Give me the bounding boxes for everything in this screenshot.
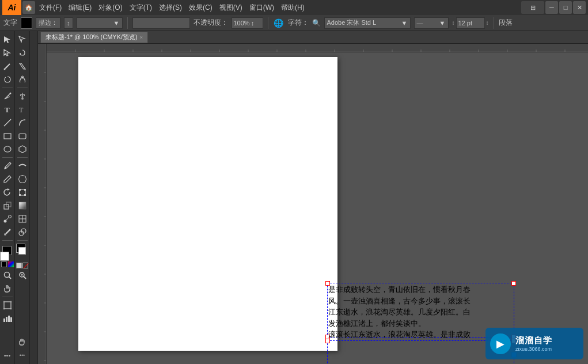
canvas-tab-close-btn[interactable]: × <box>140 35 143 40</box>
slice-tool-btn[interactable] <box>16 60 29 73</box>
svg-rect-25 <box>8 316 10 322</box>
app-logo: Ai <box>2 0 21 15</box>
svg-point-16 <box>4 272 9 278</box>
more-tools[interactable]: ••• <box>1 349 14 362</box>
watermark-url: zixue.3066.com <box>515 346 552 352</box>
type-tool-btn[interactable]: T <box>1 103 14 116</box>
font-size-input[interactable]: 12 pt <box>456 17 485 29</box>
svg-point-4 <box>9 93 11 94</box>
menu-effect[interactable]: 效果(C) <box>186 2 215 14</box>
opacity-bar[interactable] <box>132 17 190 29</box>
hand-tool-btn[interactable] <box>1 282 14 295</box>
line-tool-btn[interactable] <box>1 116 14 129</box>
layout-switcher[interactable]: ⊞ <box>521 1 544 14</box>
scale-tool-btn[interactable] <box>1 199 14 212</box>
fill-color-swatch[interactable] <box>21 17 32 29</box>
text-content: 是非成败转头空，青山依旧在，惯看秋月春 风。一壶浊酒喜相逢，古今多少事，滚滚长 … <box>327 283 514 342</box>
svg-line-15 <box>6 218 9 221</box>
zoom-tool-btn[interactable] <box>1 269 14 282</box>
rect-tool-btn[interactable] <box>1 130 14 142</box>
hand2-tool-btn[interactable] <box>16 336 29 348</box>
svg-point-8 <box>4 146 11 152</box>
color-swatch-area <box>16 244 29 261</box>
para-label: 段落 <box>499 18 513 28</box>
graph-tool-btn[interactable] <box>1 312 14 325</box>
svg-point-3 <box>3 69 5 70</box>
svg-rect-18 <box>4 302 11 309</box>
menu-type[interactable]: 文字(T) <box>127 2 155 14</box>
solid-mode[interactable] <box>16 263 22 268</box>
stroke-options[interactable]: ↕ <box>64 17 73 29</box>
blend-tool-btn[interactable] <box>1 213 14 225</box>
gradient2-tool-btn[interactable] <box>16 199 29 212</box>
text-line3: 江东逝水，浪花淘尽英雄。几度夕阳红。白 <box>328 306 513 318</box>
text-block[interactable]: 是非成败转头空，青山依旧在，惯看秋月春 风。一壶浊酒喜相逢，古今多少事，滚滚长 … <box>327 283 514 342</box>
menu-select[interactable]: 选择(S) <box>156 2 185 14</box>
opacity-input[interactable]: 100%↕ <box>232 17 263 29</box>
menu-object[interactable]: 对象(O) <box>96 2 125 14</box>
background-swatch[interactable] <box>0 252 9 261</box>
font-style-dropdown[interactable]: —▼ <box>414 17 449 29</box>
color-swatches[interactable] <box>1 245 14 257</box>
svg-marker-35 <box>19 146 26 153</box>
ellipse-tool-btn[interactable] <box>1 143 14 156</box>
svg-rect-37 <box>19 189 21 191</box>
width-tool-btn[interactable] <box>16 160 29 172</box>
polygon-tool-btn[interactable] <box>16 143 29 156</box>
home-icon[interactable]: 🏠 <box>22 1 35 14</box>
free-transform-tool-btn[interactable] <box>16 186 29 199</box>
rounded-rect-tool-btn[interactable] <box>16 130 29 142</box>
text-line2: 风。一壶浊酒喜相逢，古今多少事，滚滚长 <box>328 295 513 307</box>
none-swatch[interactable] <box>1 261 7 267</box>
mesh2-tool-btn[interactable] <box>16 213 29 225</box>
text-line4: 发渔樵江渚上，都付笑谈中。 <box>328 318 513 329</box>
stroke-swatch[interactable] <box>18 247 26 255</box>
stroke-style-dropdown[interactable]: ▼ <box>77 17 123 29</box>
tool-mode-label: 文字 <box>3 18 17 28</box>
lasso-tool-btn[interactable] <box>1 73 14 86</box>
arc-tool-btn[interactable] <box>16 116 29 129</box>
svg-rect-39 <box>19 194 21 196</box>
options-bar: 文字 描边： ↕ ▼ 不透明度： 100%↕ 🌐 字符： 🔍 Adobe 宋体 … <box>0 15 588 31</box>
artboard-tool-btn[interactable] <box>1 299 14 312</box>
svg-marker-0 <box>4 36 10 43</box>
menu-file[interactable]: 文件(F) <box>36 2 65 14</box>
divider1 <box>127 17 128 29</box>
menu-view[interactable]: 视图(V) <box>217 2 245 14</box>
font-family-dropdown[interactable]: Adobe 宋体 Std L▼ <box>324 17 411 29</box>
shape-builder-tool-btn[interactable] <box>16 226 29 238</box>
menu-help[interactable]: 帮助(H) <box>278 2 308 14</box>
select-tool-btn[interactable] <box>1 33 14 46</box>
canvas-tab[interactable]: 未标题-1* @ 100% (CMYK/预览) × <box>40 32 148 43</box>
window-close[interactable]: ✕ <box>573 1 586 14</box>
window-minimize[interactable]: ─ <box>545 1 558 14</box>
more-tools-2[interactable]: ••• <box>16 349 29 362</box>
divider2 <box>268 17 268 29</box>
window-maximize[interactable]: □ <box>559 1 572 14</box>
magic-wand-tool-btn[interactable] <box>1 60 14 73</box>
pencil-tool-btn[interactable] <box>1 173 14 185</box>
svg-line-48 <box>24 276 26 279</box>
touch-type-tool-btn[interactable]: T <box>16 103 29 116</box>
menu-edit[interactable]: 编辑(E) <box>66 2 94 14</box>
menu-window[interactable]: 窗口(W) <box>246 2 277 14</box>
toolbar-col2: T T <box>15 31 30 364</box>
canvas-viewport: 是非成败转头空，青山依旧在，惯看秋月春 风。一壶浊酒喜相逢，古今多少事，滚滚长 … <box>47 52 588 364</box>
svg-rect-7 <box>4 134 11 139</box>
paintbrush-tool-btn[interactable] <box>1 160 14 172</box>
pen-tool-btn[interactable] <box>1 90 14 103</box>
rotate-tool-btn[interactable] <box>1 186 14 199</box>
gradient-swatch[interactable] <box>8 261 14 267</box>
warp-tool-btn[interactable] <box>16 173 29 185</box>
canvas-tab-title: 未标题-1* @ 100% (CMYK/预览) <box>45 33 138 41</box>
anchor-tool-btn[interactable] <box>16 73 29 86</box>
eyedropper-tool-btn[interactable] <box>1 226 14 238</box>
lasso2-tool-btn[interactable] <box>16 47 29 59</box>
svg-line-6 <box>4 119 11 126</box>
none-mode[interactable] <box>22 263 28 268</box>
search-icon: 🔍 <box>312 19 321 27</box>
direct-select-tool-btn[interactable] <box>1 47 14 59</box>
zoom2-tool-btn[interactable] <box>16 269 29 282</box>
type-vert-tool-btn[interactable]: T <box>16 90 29 103</box>
group-select-tool-btn[interactable] <box>16 33 29 46</box>
